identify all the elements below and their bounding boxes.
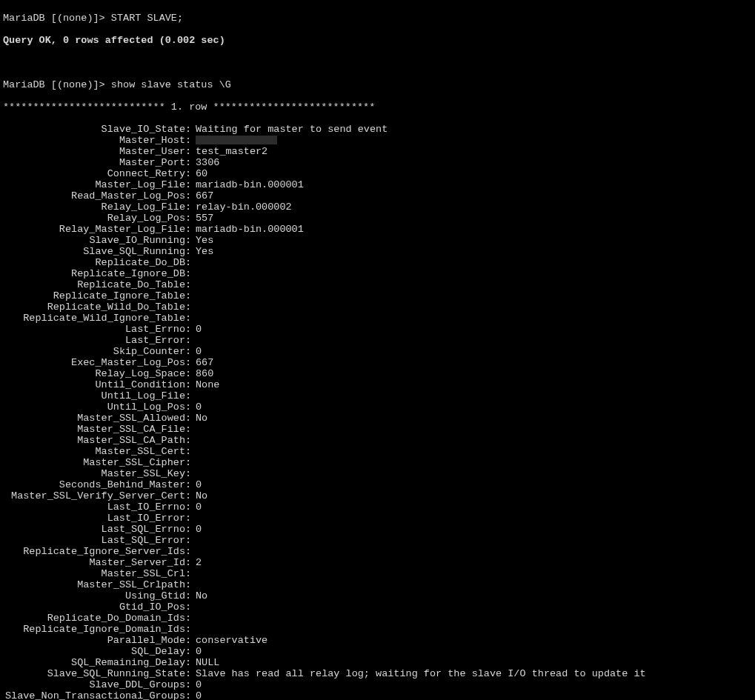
status-label: Last_IO_Error [3,513,185,524]
status-value: 557 [196,213,752,224]
status-label: Master_SSL_Crlpath [3,579,185,590]
status-value: 667 [196,190,752,201]
status-label: Master_SSL_Cert [3,446,185,457]
status-value [196,513,752,524]
status-value: 0 [196,324,752,335]
status-value [196,135,752,146]
prompt: MariaDB [(none)]> [3,13,111,24]
colon-separator: : [185,624,196,635]
status-value [196,457,752,468]
status-label: Slave_IO_State [3,124,185,135]
status-value: mariadb-bin.000001 [196,224,752,235]
status-value: Yes [196,235,752,246]
status-value [196,468,752,479]
status-row: Last_SQL_Errno: 0 [3,524,752,535]
colon-separator: : [185,613,196,624]
status-row: Master_SSL_Cipher: [3,457,752,468]
status-row: Replicate_Ignore_Table: [3,290,752,301]
status-label: Replicate_Ignore_Domain_Ids [3,624,185,635]
blank-line [3,57,752,68]
status-row: Read_Master_Log_Pos: 667 [3,190,752,201]
status-row: Until_Log_File: [3,390,752,401]
row-header: *************************** 1. row *****… [3,101,752,113]
status-label: Replicate_Wild_Ignore_Table [3,313,185,324]
status-label: Replicate_Ignore_Server_Ids [3,546,185,557]
status-label: Replicate_Wild_Do_Table [3,301,185,313]
status-row: Master_SSL_Crlpath: [3,579,752,590]
status-label: Last_SQL_Errno [3,524,185,535]
status-label: Until_Condition [3,379,185,390]
status-value [196,624,752,635]
status-row: Until_Condition: None [3,379,752,390]
status-value: 0 [196,346,752,357]
status-row: Replicate_Do_Table: [3,279,752,290]
status-label: Slave_SQL_Running [3,246,185,257]
colon-separator: : [185,424,196,435]
status-row: SQL_Remaining_Delay: NULL [3,657,752,668]
colon-separator: : [185,479,196,490]
status-row: Master_SSL_CA_Path: [3,435,752,446]
colon-separator: : [185,246,196,257]
status-label: Replicate_Do_Table [3,279,185,290]
status-row: Master_Host: [3,135,752,146]
colon-separator: : [185,679,196,690]
status-label: Master_User [3,146,185,157]
colon-separator: : [185,201,196,213]
status-row: Master_Server_Id: 2 [3,557,752,568]
status-label: Last_Errno [3,324,185,335]
status-row: SQL_Delay: 0 [3,646,752,657]
status-value: 2 [196,557,752,568]
status-value [196,435,752,446]
colon-separator: : [185,690,196,700]
colon-separator: : [185,268,196,279]
status-row: Relay_Log_File: relay-bin.000002 [3,201,752,213]
status-value [196,390,752,401]
status-row: Gtid_IO_Pos: [3,601,752,613]
status-label: Replicate_Ignore_Table [3,290,185,301]
status-row: Slave_IO_Running: Yes [3,235,752,246]
status-row: Master_Port: 3306 [3,157,752,168]
status-row: Last_Errno: 0 [3,324,752,335]
line-cmd2: MariaDB [(none)]> show slave status \G [3,79,752,90]
status-value [196,601,752,613]
status-row: Replicate_Ignore_Server_Ids: [3,546,752,557]
status-row: Until_Log_Pos: 0 [3,401,752,413]
status-value: No [196,490,752,501]
terminal-output: MariaDB [(none)]> START SLAVE; Query OK,… [0,0,755,700]
colon-separator: : [185,346,196,357]
status-label: Master_SSL_Crl [3,568,185,579]
colon-separator: : [185,468,196,479]
status-row: Master_SSL_Crl: [3,568,752,579]
status-value: No [196,413,752,424]
status-label: Master_SSL_Verify_Server_Cert [3,490,185,501]
status-value [196,446,752,457]
status-row: Slave_SQL_Running: Yes [3,246,752,257]
status-value [196,579,752,590]
status-row: Relay_Master_Log_File: mariadb-bin.00000… [3,224,752,235]
status-row: Replicate_Wild_Ignore_Table: [3,313,752,324]
status-label: Read_Master_Log_Pos [3,190,185,201]
status-label: Master_Log_File [3,179,185,190]
status-value [196,257,752,268]
status-value: 3306 [196,157,752,168]
status-row: Connect_Retry: 60 [3,168,752,179]
status-label: Slave_SQL_Running_State [3,668,185,679]
status-label: Master_SSL_CA_File [3,424,185,435]
status-value: Waiting for master to send event [196,124,752,135]
colon-separator: : [185,213,196,224]
status-label: Relay_Log_Pos [3,213,185,224]
colon-separator: : [185,524,196,535]
status-value [196,268,752,279]
colon-separator: : [185,535,196,546]
status-label: Until_Log_Pos [3,401,185,413]
colon-separator: : [185,146,196,157]
status-value [196,535,752,546]
status-label: Connect_Retry [3,168,185,179]
colon-separator: : [185,546,196,557]
colon-separator: : [185,413,196,424]
colon-separator: : [185,235,196,246]
status-value: 0 [196,646,752,657]
colon-separator: : [185,646,196,657]
colon-separator: : [185,279,196,290]
colon-separator: : [185,446,196,457]
